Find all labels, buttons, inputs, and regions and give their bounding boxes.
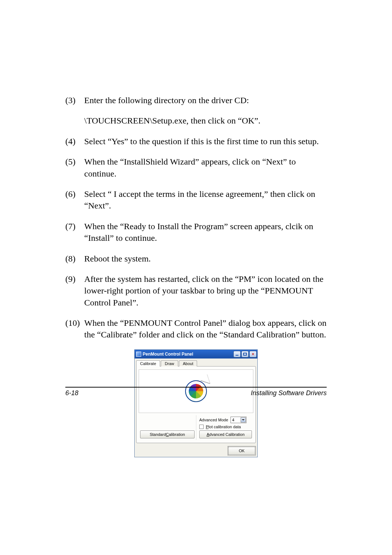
app-icon <box>136 352 141 357</box>
step-text: When the “PENMOUNT Control Panel” dialog… <box>84 317 327 341</box>
maximize-button[interactable] <box>241 351 249 357</box>
btn-label-post: dvanced Calibration <box>209 432 245 437</box>
page-number: 6-18 <box>65 389 78 397</box>
window-body: Calibrate Draw About Standard Calibratio… <box>135 358 257 457</box>
minimize-button[interactable] <box>233 351 241 357</box>
document-page: (3) Enter the following directory on the… <box>0 0 392 555</box>
titlebar[interactable]: PenMount Control Panel × <box>135 350 257 358</box>
step-number: (4) <box>65 135 84 147</box>
step-7: (7) When the “Ready to Install the Progr… <box>65 220 327 244</box>
advanced-mode-row: Advanced Mode 4 <box>199 417 252 423</box>
ok-button[interactable]: OK <box>228 447 255 455</box>
left-column: Standard Calibration <box>139 415 196 440</box>
step-number: (6) <box>65 188 84 212</box>
step-number: (3) <box>65 94 84 106</box>
tab-panel-calibrate: Standard Calibration Advanced Mode 4 <box>136 366 256 443</box>
checkbox-icon <box>199 425 204 429</box>
penmount-window: PenMount Control Panel × Calibrate Draw … <box>134 349 258 457</box>
step-6: (6) Select “ I accept the terms in the l… <box>65 188 327 212</box>
step-text: After the system has restarted, click on… <box>84 273 327 308</box>
step-3: (3) Enter the following directory on the… <box>65 94 327 106</box>
step-10: (10) When the “PENMOUNT Control Panel” d… <box>65 317 327 341</box>
btn-accel: A <box>207 432 209 437</box>
step-4: (4) Select “Yes” to the question if this… <box>65 135 327 147</box>
chevron-down-icon <box>241 417 246 422</box>
dialog-footer: OK <box>135 445 257 457</box>
footer-rule <box>65 387 327 388</box>
step-text: Select “ I accept the terms in the licen… <box>84 188 327 212</box>
embedded-screenshot: PenMount Control Panel × Calibrate Draw … <box>65 349 327 457</box>
window-title: PenMount Control Panel <box>143 352 233 357</box>
page-footer: 6-18 Installing Software Drivers <box>65 389 327 397</box>
step-3-subline: \TOUCHSCREEN\Setup.exe, then click on “O… <box>84 115 327 126</box>
step-number: (8) <box>65 253 84 264</box>
btn-label-post: alibration <box>169 432 185 437</box>
calibration-columns: Standard Calibration Advanced Mode 4 <box>139 415 253 440</box>
step-text: Select “Yes” to the question if this is … <box>84 135 327 147</box>
step-number: (5) <box>65 156 84 179</box>
plot-label: Plot calibration data <box>206 425 241 429</box>
tab-draw[interactable]: Draw <box>161 360 178 366</box>
step-number: (9) <box>65 273 84 308</box>
tab-about[interactable]: About <box>179 360 197 366</box>
close-button[interactable]: × <box>249 351 257 357</box>
advanced-mode-select[interactable]: 4 <box>230 417 246 423</box>
step-number: (10) <box>65 317 84 341</box>
right-column: Advanced Mode 4 Plot calibration data <box>196 415 253 440</box>
step-5: (5) When the “InstallShield Wizard” appe… <box>65 156 327 179</box>
step-text: Reboot the system. <box>84 253 327 264</box>
maximize-icon <box>243 353 247 356</box>
step-text: When the “Ready to Install the Program” … <box>84 220 327 244</box>
plot-label-post: lot calibration data <box>208 425 241 429</box>
step-text: When the “InstallShield Wizard” appears,… <box>84 156 327 179</box>
step-text: Enter the following directory on the dri… <box>84 94 327 106</box>
tab-strip: Calibrate Draw About <box>135 358 257 366</box>
btn-label-pre: Standard <box>150 432 166 437</box>
minimize-icon <box>236 355 238 356</box>
step-8: (8) Reboot the system. <box>65 253 327 264</box>
instruction-list: (3) Enter the following directory on the… <box>65 94 327 341</box>
advanced-calibration-button[interactable]: Advanced Calibration <box>199 430 252 438</box>
step-number: (7) <box>65 220 84 244</box>
btn-accel: C <box>166 432 169 437</box>
advanced-mode-value: 4 <box>232 418 234 422</box>
standard-calibration-button[interactable]: Standard Calibration <box>140 430 195 438</box>
plot-checkbox-row[interactable]: Plot calibration data <box>199 425 252 429</box>
close-icon: × <box>252 352 254 356</box>
advanced-mode-label: Advanced Mode <box>199 418 228 422</box>
step-9: (9) After the system has restarted, clic… <box>65 273 327 308</box>
tab-calibrate[interactable]: Calibrate <box>136 360 160 366</box>
section-title: Installing Software Drivers <box>251 389 327 397</box>
